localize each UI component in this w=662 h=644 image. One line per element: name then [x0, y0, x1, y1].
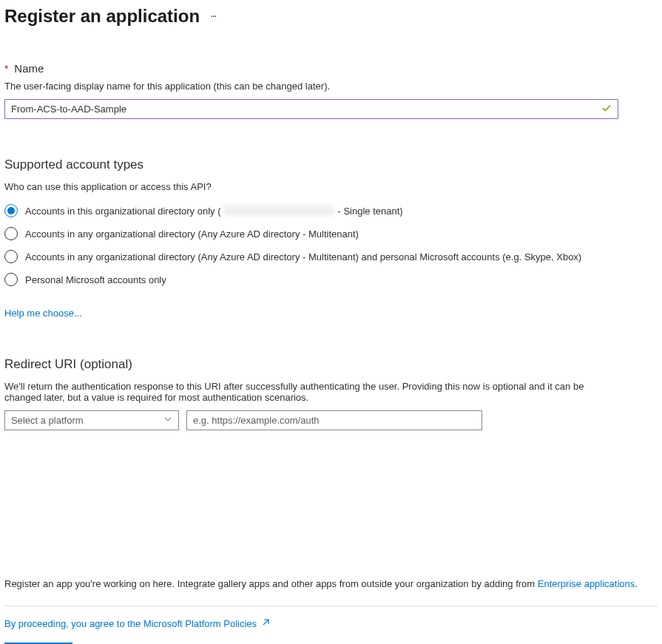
redirect-uri-section: Redirect URI (optional) We'll return the… [4, 357, 658, 430]
redirect-uri-heading: Redirect URI (optional) [4, 357, 658, 372]
divider [4, 606, 658, 606]
name-description: The user-facing display name for this ap… [4, 81, 658, 92]
platform-select-placeholder: Select a platform [11, 415, 84, 426]
required-star-icon: * [4, 63, 8, 75]
radio-label: Accounts in any organizational directory… [25, 228, 359, 240]
radio-single-tenant[interactable]: Accounts in this organizational director… [4, 201, 658, 220]
help-me-choose-link[interactable]: Help me choose... [4, 308, 82, 319]
more-icon[interactable]: ··· [210, 10, 215, 23]
radio-button-icon [4, 204, 18, 217]
radio-multitenant[interactable]: Accounts in any organizational directory… [4, 224, 658, 243]
checkmark-icon [601, 103, 612, 115]
name-section: * Name The user-facing display name for … [4, 62, 658, 119]
account-types-section: Supported account types Who can use this… [4, 157, 658, 319]
name-input-container[interactable] [4, 99, 618, 119]
account-types-heading: Supported account types [4, 157, 658, 172]
account-types-radio-group: Accounts in this organizational director… [4, 201, 658, 289]
radio-button-icon [4, 273, 18, 286]
radio-button-icon [4, 250, 18, 263]
integrate-footer-text: Register an app you're working on here. … [4, 578, 658, 589]
radio-label: Personal Microsoft accounts only [25, 274, 166, 285]
enterprise-applications-link[interactable]: Enterprise applications [538, 578, 635, 589]
policy-row: By proceeding, you agree to the Microsof… [4, 618, 658, 629]
redacted-org-name [223, 206, 334, 216]
name-input[interactable] [11, 104, 601, 115]
radio-button-icon [4, 227, 18, 240]
platform-policies-link[interactable]: By proceeding, you agree to the Microsof… [4, 618, 257, 629]
platform-select[interactable]: Select a platform [4, 410, 179, 430]
radio-label: Accounts in any organizational directory… [25, 251, 581, 262]
external-link-icon [261, 618, 270, 629]
page-title: Register an application [4, 6, 200, 27]
radio-multitenant-personal[interactable]: Accounts in any organizational directory… [4, 247, 658, 266]
chevron-down-icon [163, 415, 172, 426]
account-types-question: Who can use this application or access t… [4, 181, 658, 192]
redirect-uri-description: We'll return the authentication response… [4, 381, 596, 403]
name-label: Name [14, 62, 44, 75]
radio-label: Accounts in this organizational director… [25, 206, 403, 217]
radio-personal-only[interactable]: Personal Microsoft accounts only [4, 270, 658, 289]
redirect-uri-input[interactable] [186, 410, 482, 430]
